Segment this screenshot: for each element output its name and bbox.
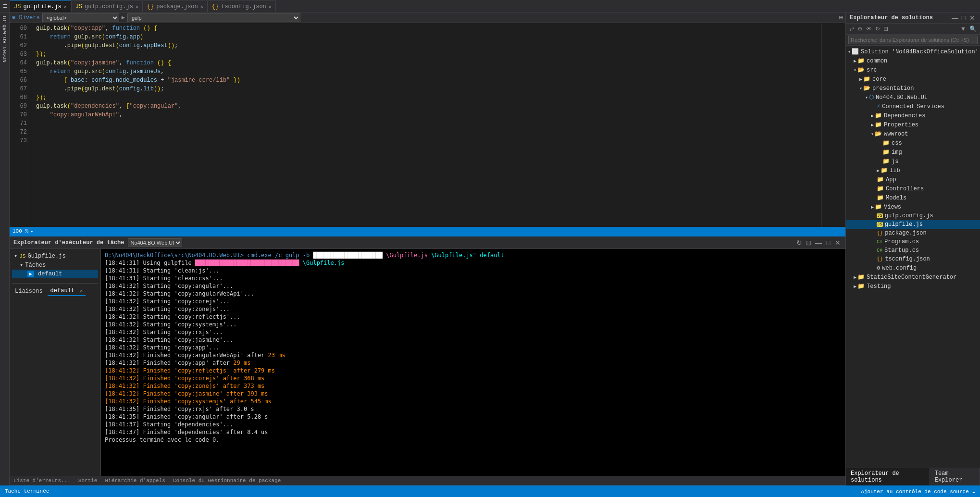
refresh-button[interactable]: ↻: [795, 239, 803, 247]
se-tree-item[interactable]: 📁App: [846, 175, 980, 184]
se-tree-item[interactable]: ▶📁Views: [846, 202, 980, 211]
tree-arrow-icon: ▾: [854, 67, 856, 73]
task-runner-project-select[interactable]: No404.BO.Web.UI: [128, 238, 182, 247]
se-close[interactable]: ✕: [968, 14, 976, 22]
tab-gulpfile[interactable]: JS gulpfile.js ✕: [10, 0, 71, 12]
se-tree-item[interactable]: ▾⬡No404.BO.Web.UI: [846, 93, 980, 102]
folder-open-icon: 📂: [863, 85, 870, 92]
line-numbers: 6061626364656667686970717273: [10, 23, 31, 227]
folder-icon: 📁: [882, 158, 890, 165]
folder-open-icon: 📂: [875, 130, 882, 137]
default-tab-close[interactable]: ✕: [80, 288, 83, 294]
folder-icon: 📁: [877, 185, 884, 192]
se-tree-item[interactable]: ▶📁Properties: [846, 120, 980, 129]
tab-package[interactable]: {} package.json ✕: [143, 0, 208, 12]
task-runner-header: Explorateur d'exécuteur de tâche No404.B…: [10, 236, 845, 249]
tasks-arrow: ▾: [20, 261, 23, 269]
se-tree-item[interactable]: ▶📁Dependencies: [846, 111, 980, 120]
code-content[interactable]: gulp.task("copy:app", function () { retu…: [31, 23, 821, 227]
se-tree-item[interactable]: 📁Models: [846, 193, 980, 202]
folder-icon: 📁: [877, 194, 884, 201]
se-tree-item[interactable]: {}tsconfig.json: [846, 255, 980, 263]
se-item-label: Controllers: [886, 186, 924, 192]
default-tab[interactable]: default ✕: [48, 286, 86, 296]
se-tree-item[interactable]: C#Startup.cs: [846, 246, 980, 255]
zoom-dropdown-icon[interactable]: ▾: [30, 228, 34, 235]
se-bottom-tab-1[interactable]: Team Explorer: [930, 468, 980, 485]
se-toolbar: ⇄ ⚙ 👁 ↻ ⊟ ▼ 🔍: [846, 24, 980, 35]
se-tree-item[interactable]: JSgulpfile.js: [846, 220, 980, 229]
se-tree-item[interactable]: 📁img: [846, 148, 980, 157]
split-icon[interactable]: ⊞: [839, 13, 843, 22]
se-tree-item[interactable]: ▶📁lib: [846, 166, 980, 175]
se-search-btn[interactable]: 🔍: [968, 25, 978, 33]
default-task-item[interactable]: ▶ default: [12, 270, 98, 278]
minimize-button[interactable]: —: [815, 239, 822, 247]
se-show-all-btn[interactable]: 👁: [865, 25, 873, 33]
liaisons-tab[interactable]: Liaisons: [12, 287, 46, 296]
status-right-text: Ajouter au contrôle de code source ☁: [861, 489, 975, 495]
se-refresh-btn[interactable]: ↻: [874, 25, 881, 33]
se-item-label: wwwroot: [884, 131, 908, 137]
nav-dropdown[interactable]: gulp: [127, 13, 300, 22]
se-collapse-btn[interactable]: ⊟: [882, 25, 889, 33]
status-right: Ajouter au contrôle de code source ☁: [861, 488, 975, 495]
se-minimize[interactable]: —: [951, 14, 959, 22]
se-search-input[interactable]: [848, 36, 978, 44]
stop-button[interactable]: ⊟: [805, 239, 813, 247]
se-tree-item[interactable]: ▾📂wwwroot: [846, 129, 980, 138]
divers-label[interactable]: No404.BO.Web.UI: [2, 15, 8, 62]
config-file-icon: ⚙: [877, 264, 880, 272]
tab-tsconfig[interactable]: {} tsconfig.json ✕: [208, 0, 276, 12]
se-item-label: gulp.config.js: [885, 212, 933, 219]
se-props-btn[interactable]: ⚙: [856, 25, 864, 33]
se-sync-btn[interactable]: ⇄: [848, 25, 855, 33]
scope-dropdown[interactable]: <global>: [42, 13, 119, 22]
se-tree-item[interactable]: 📁js: [846, 157, 980, 166]
se-tree-item[interactable]: ▶📁core: [846, 75, 980, 84]
tab-icon-gulp-config: JS: [75, 3, 82, 10]
se-tree-item[interactable]: JSgulp.config.js: [846, 211, 980, 220]
task-tree: ▾ JS Gulpfile.js ▾ Tâches ▶ default: [10, 249, 101, 476]
tab-bar: ☰ JS gulpfile.js ✕ JS gulp.config.js ✕ {…: [0, 0, 980, 12]
se-tree-item[interactable]: ⚡Connected Services: [846, 102, 980, 111]
se-bottom-tab-0[interactable]: Explorateur de solutions: [846, 468, 930, 485]
task-badge: ▶: [27, 271, 34, 277]
folder-icon: 📁: [863, 75, 870, 83]
se-tree[interactable]: ▾⬜Solution 'No404BackOfficeSolution' (11…: [846, 46, 980, 468]
se-tree-item[interactable]: ▾⬜Solution 'No404BackOfficeSolution' (11…: [846, 47, 980, 56]
se-tree-item[interactable]: C#Program.cs: [846, 237, 980, 246]
bottom-tab-2[interactable]: Hiérarchie d'appels: [101, 476, 169, 485]
se-tree-item[interactable]: ⚙web.config: [846, 263, 980, 273]
tab-close-gulp-config[interactable]: ✕: [136, 4, 138, 10]
divers-label-top: ⊕ Divers: [12, 14, 40, 21]
se-tree-item[interactable]: ▶📁Testing: [846, 282, 980, 291]
se-tree-item[interactable]: 📁css: [846, 138, 980, 148]
left-sidebar-toggle[interactable]: ☰: [0, 0, 10, 12]
se-tree-item[interactable]: {}package.json: [846, 229, 980, 237]
tab-close-tsconfig[interactable]: ✕: [269, 4, 272, 10]
se-tree-item[interactable]: ▾📂presentation: [846, 84, 980, 93]
tab-gulp-config[interactable]: JS gulp.config.js ✕: [71, 0, 143, 12]
se-tree-item[interactable]: 📁Controllers: [846, 184, 980, 193]
tab-close-gulpfile[interactable]: ✕: [64, 4, 67, 10]
se-item-label: core: [872, 76, 886, 83]
folder-icon: 📁: [882, 149, 890, 156]
se-tree-item[interactable]: ▾📂src: [846, 65, 980, 75]
se-float[interactable]: □: [960, 14, 968, 22]
float-button[interactable]: □: [824, 239, 832, 247]
gulpfile-item[interactable]: ▾ JS Gulpfile.js: [12, 251, 98, 261]
terminal-output[interactable]: D:\No404\BackOffice\src\No404.BO.Web.UI>…: [101, 249, 845, 476]
close-panel-button[interactable]: ✕: [834, 239, 842, 247]
se-tree-item[interactable]: ▶📁common: [846, 56, 980, 65]
cs-file-icon: C#: [877, 239, 882, 245]
se-filter-btn[interactable]: ▼: [959, 25, 967, 33]
se-item-label: lib: [890, 167, 900, 174]
bottom-tab-3[interactable]: Console du Gestionnaire de package: [169, 476, 285, 485]
se-tree-item[interactable]: ▶📁StaticSiteContentGenerator: [846, 273, 980, 282]
bottom-tab-0[interactable]: Liste d'erreurs...: [10, 476, 74, 485]
tab-close-package[interactable]: ✕: [200, 4, 203, 10]
bottom-tab-1[interactable]: Sortie: [74, 476, 101, 485]
folder-icon: 📁: [881, 167, 888, 174]
arrow-icon: ▶: [122, 14, 125, 21]
